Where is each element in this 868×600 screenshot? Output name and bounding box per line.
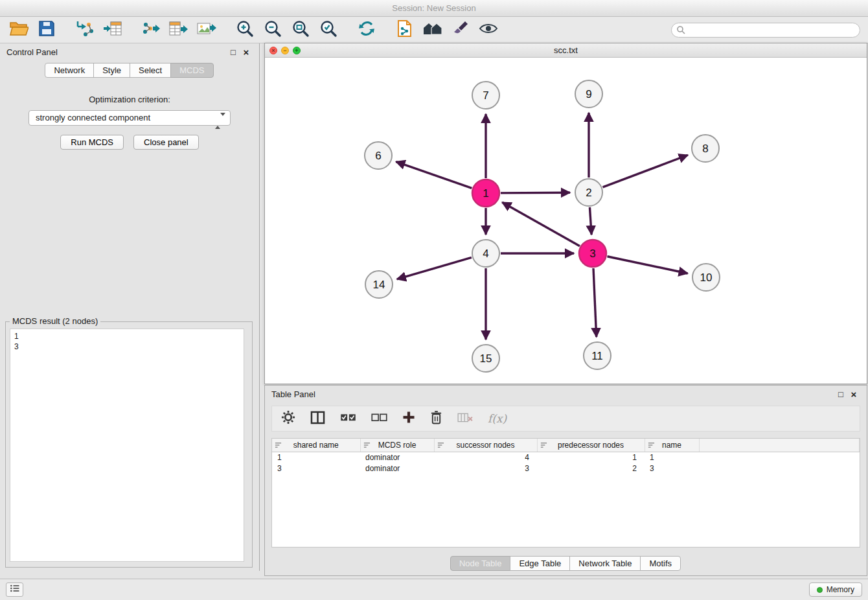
zoom-selected-button[interactable] xyxy=(317,19,339,41)
tab-motifs[interactable]: Motifs xyxy=(640,556,681,571)
graph-node-4[interactable]: 4 xyxy=(472,240,499,267)
table-panel-title: Table Panel xyxy=(271,389,834,399)
graph-node-label: 2 xyxy=(586,187,591,199)
function-builder-button[interactable]: f(x) xyxy=(488,412,507,425)
mcds-result-list[interactable]: 13 xyxy=(10,329,244,562)
tab-style[interactable]: Style xyxy=(93,63,130,78)
zoom-out-button[interactable] xyxy=(262,19,284,41)
cell-mcds-role[interactable]: dominator xyxy=(360,463,434,474)
graph-node-label: 14 xyxy=(373,279,385,291)
column-header-name[interactable]: name xyxy=(645,439,699,452)
mcds-result-item[interactable]: 3 xyxy=(14,341,240,352)
tab-mcds[interactable]: MCDS xyxy=(170,63,213,78)
cell-successor-nodes[interactable]: 3 xyxy=(434,463,537,474)
tab-node-table[interactable]: Node Table xyxy=(450,556,511,571)
column-header-shared-name[interactable]: shared name xyxy=(272,439,360,452)
graph-node-14[interactable]: 14 xyxy=(365,271,393,298)
network-window-titlebar[interactable]: × − + scc.txt xyxy=(265,43,867,58)
cell-shared-name[interactable]: 1 xyxy=(272,452,360,463)
column-header-predecessor-nodes[interactable]: predecessor nodes xyxy=(537,439,645,452)
columns-icon xyxy=(310,411,325,427)
delete-column-button[interactable] xyxy=(457,412,473,426)
column-header-successor-nodes[interactable]: successor nodes xyxy=(434,439,537,452)
home-button[interactable] xyxy=(422,19,444,41)
network-graph[interactable]: 7968124314101511 xyxy=(265,58,867,384)
zoom-in-button[interactable] xyxy=(234,19,256,41)
graph-edge-2-3[interactable] xyxy=(589,207,591,235)
table-settings-button[interactable] xyxy=(281,410,295,427)
graph-edge-1-2[interactable] xyxy=(501,192,570,193)
unselect-all-button[interactable] xyxy=(371,413,387,425)
cell-mcds-role[interactable]: dominator xyxy=(360,452,434,463)
table-row[interactable]: 3dominator323 xyxy=(272,463,860,474)
open-session-file-icon xyxy=(396,19,413,40)
graph-edge-3-1[interactable] xyxy=(502,202,580,246)
save-session-button[interactable] xyxy=(36,19,58,41)
tab-network-table[interactable]: Network Table xyxy=(569,556,641,571)
graph-node-11[interactable]: 11 xyxy=(584,342,611,369)
window-close-icon[interactable]: × xyxy=(269,47,277,54)
window-zoom-icon[interactable]: + xyxy=(293,47,301,54)
graph-node-3[interactable]: 3 xyxy=(579,240,606,267)
import-network-button[interactable] xyxy=(74,19,96,41)
tab-network[interactable]: Network xyxy=(45,63,94,78)
graph-edge-1-6[interactable] xyxy=(396,162,472,189)
graph-node-8[interactable]: 8 xyxy=(692,135,719,162)
export-network-button[interactable] xyxy=(140,19,162,41)
show-columns-button[interactable] xyxy=(310,411,325,427)
open-file-icon xyxy=(9,20,29,40)
add-row-button[interactable] xyxy=(402,411,415,426)
style-button[interactable] xyxy=(450,19,472,41)
graph-node-6[interactable]: 6 xyxy=(365,142,392,169)
close-table-panel-icon[interactable]: × xyxy=(847,389,860,400)
network-window: × − + scc.txt 7968124314101511 xyxy=(264,43,867,384)
optimization-criterion-select[interactable]: strongly connected component xyxy=(29,110,231,126)
show-panels-button[interactable] xyxy=(6,583,23,597)
export-table-button[interactable] xyxy=(168,19,190,41)
graph-edge-4-14[interactable] xyxy=(397,257,472,279)
table-panel-header: Table Panel □ × xyxy=(265,386,867,403)
float-table-panel-icon[interactable]: □ xyxy=(834,389,847,399)
cell-name[interactable]: 3 xyxy=(645,463,699,474)
window-minimize-icon[interactable]: − xyxy=(281,47,289,54)
graph-node-label: 9 xyxy=(586,88,591,100)
refresh-button[interactable] xyxy=(356,19,378,41)
cell-name[interactable]: 1 xyxy=(645,452,699,463)
zoom-fit-button[interactable] xyxy=(290,19,312,41)
close-panel-button[interactable]: Close panel xyxy=(133,135,199,150)
graph-node-15[interactable]: 15 xyxy=(472,345,499,372)
graph-node-7[interactable]: 7 xyxy=(472,82,499,109)
graph-edge-3-11[interactable] xyxy=(593,268,597,337)
memory-button[interactable]: Memory xyxy=(809,583,862,597)
open-session-file-button[interactable] xyxy=(394,19,416,41)
export-image-button[interactable] xyxy=(196,19,218,41)
graph-node-1[interactable]: 1 xyxy=(472,179,499,207)
mcds-result-item[interactable]: 1 xyxy=(14,331,240,341)
column-type-icon xyxy=(648,441,655,450)
tab-select[interactable]: Select xyxy=(130,63,171,78)
import-table-button[interactable] xyxy=(102,19,124,41)
table-row[interactable]: 1dominator411 xyxy=(272,452,860,463)
search-input[interactable] xyxy=(671,23,860,38)
run-mcds-button[interactable]: Run MCDS xyxy=(60,135,124,150)
app-title: Session: New Session xyxy=(392,3,475,13)
column-header-mcds-role[interactable]: MCDS role xyxy=(360,439,434,452)
cell-predecessor-nodes[interactable]: 1 xyxy=(537,452,645,463)
import-network-icon xyxy=(75,19,95,40)
cell-shared-name[interactable]: 3 xyxy=(272,463,360,474)
graph-node-10[interactable]: 10 xyxy=(692,264,720,291)
float-panel-icon[interactable]: □ xyxy=(227,47,240,57)
graph-node-2[interactable]: 2 xyxy=(575,179,602,206)
graph-node-9[interactable]: 9 xyxy=(575,80,602,108)
select-all-button[interactable] xyxy=(340,413,356,425)
cell-successor-nodes[interactable]: 4 xyxy=(434,452,537,463)
delete-row-button[interactable] xyxy=(430,410,442,428)
show-hide-button[interactable] xyxy=(477,19,499,41)
cell-predecessor-nodes[interactable]: 2 xyxy=(537,463,645,474)
close-panel-icon[interactable]: × xyxy=(240,47,253,58)
toolbar-search xyxy=(671,23,860,38)
tab-edge-table[interactable]: Edge Table xyxy=(510,556,570,571)
open-file-button[interactable] xyxy=(8,19,30,41)
graph-edge-2-8[interactable] xyxy=(603,155,688,187)
graph-edge-3-10[interactable] xyxy=(608,257,688,273)
